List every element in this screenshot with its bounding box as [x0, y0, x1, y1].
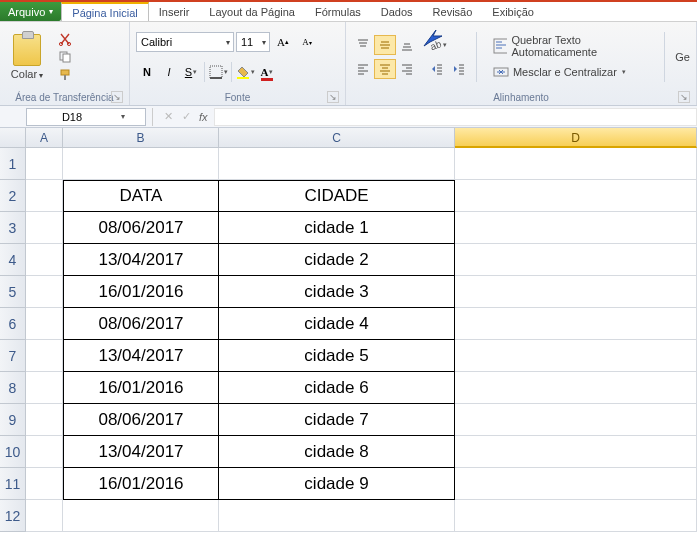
cell[interactable]: 13/04/2017 — [63, 244, 219, 276]
cell[interactable] — [455, 148, 697, 180]
row-header[interactable]: 1 — [0, 148, 26, 180]
cell[interactable]: 16/01/2016 — [63, 372, 219, 404]
cell[interactable] — [26, 212, 63, 244]
cell[interactable] — [26, 308, 63, 340]
merge-center-button[interactable]: Mesclar e Centralizar ▾ — [489, 62, 658, 82]
font-name-input[interactable] — [137, 33, 223, 51]
col-header[interactable]: A — [26, 128, 63, 148]
cell-header[interactable]: DATA — [63, 180, 219, 212]
cell[interactable] — [26, 276, 63, 308]
increase-indent-button[interactable] — [448, 59, 470, 79]
cell[interactable] — [455, 212, 697, 244]
decrease-font-button[interactable]: A▾ — [296, 31, 318, 53]
cell[interactable] — [455, 276, 697, 308]
tab-page-layout[interactable]: Layout da Página — [199, 2, 305, 21]
tab-insert[interactable]: Inserir — [149, 2, 200, 21]
cell[interactable]: 13/04/2017 — [63, 340, 219, 372]
cell[interactable] — [455, 372, 697, 404]
cell[interactable]: 08/06/2017 — [63, 212, 219, 244]
borders-button[interactable]: ▾ — [207, 61, 229, 83]
cell[interactable] — [219, 500, 455, 532]
decrease-indent-button[interactable] — [426, 59, 448, 79]
tab-home[interactable]: Página Inicial — [61, 2, 148, 21]
cell[interactable] — [63, 500, 219, 532]
cell[interactable] — [455, 436, 697, 468]
accept-formula-icon[interactable]: ✓ — [177, 108, 195, 126]
cell[interactable] — [455, 180, 697, 212]
cell[interactable]: 13/04/2017 — [63, 436, 219, 468]
cell[interactable]: cidade 4 — [219, 308, 455, 340]
cell[interactable]: 08/06/2017 — [63, 404, 219, 436]
cell[interactable]: cidade 8 — [219, 436, 455, 468]
align-center-button[interactable] — [374, 59, 396, 79]
cell[interactable] — [26, 436, 63, 468]
cut-button[interactable] — [56, 31, 74, 47]
file-menu[interactable]: Arquivo ▾ — [0, 2, 61, 21]
cell[interactable] — [26, 500, 63, 532]
align-right-button[interactable] — [396, 59, 418, 79]
row-header[interactable]: 6 — [0, 308, 26, 340]
cell[interactable] — [455, 500, 697, 532]
cell[interactable] — [26, 468, 63, 500]
chevron-down-icon[interactable]: ▾ — [117, 112, 129, 121]
row-header[interactable]: 5 — [0, 276, 26, 308]
cell[interactable]: 16/01/2016 — [63, 468, 219, 500]
cell[interactable]: cidade 7 — [219, 404, 455, 436]
row-header[interactable]: 3 — [0, 212, 26, 244]
font-size-input[interactable] — [237, 33, 259, 51]
row-header[interactable]: 8 — [0, 372, 26, 404]
cell[interactable]: cidade 6 — [219, 372, 455, 404]
orientation-button[interactable]: ab▾ — [426, 35, 448, 55]
paste-button[interactable]: Colar▾ — [6, 34, 48, 80]
cell[interactable] — [455, 340, 697, 372]
italic-button[interactable]: I — [158, 61, 180, 83]
dialog-launcher-icon[interactable]: ↘ — [111, 91, 123, 103]
align-middle-button[interactable] — [374, 35, 396, 55]
cell[interactable] — [26, 244, 63, 276]
cell[interactable] — [26, 340, 63, 372]
chevron-down-icon[interactable]: ▾ — [259, 38, 269, 47]
formula-input[interactable] — [214, 108, 697, 126]
cell[interactable] — [26, 180, 63, 212]
name-box-input[interactable] — [27, 111, 117, 123]
tab-view[interactable]: Exibição — [482, 2, 544, 21]
row-header[interactable]: 12 — [0, 500, 26, 532]
wrap-text-button[interactable]: Quebrar Texto Automaticamente — [489, 32, 658, 60]
cell[interactable] — [63, 148, 219, 180]
cell[interactable]: cidade 1 — [219, 212, 455, 244]
cell[interactable]: cidade 3 — [219, 276, 455, 308]
dialog-launcher-icon[interactable]: ↘ — [327, 91, 339, 103]
cell[interactable] — [219, 148, 455, 180]
increase-font-button[interactable]: A▴ — [272, 31, 294, 53]
cell[interactable] — [455, 308, 697, 340]
copy-button[interactable] — [56, 49, 74, 65]
cell[interactable] — [26, 404, 63, 436]
cell[interactable]: 16/01/2016 — [63, 276, 219, 308]
cell-header[interactable]: CIDADE — [219, 180, 455, 212]
row-header[interactable]: 7 — [0, 340, 26, 372]
row-header[interactable]: 10 — [0, 436, 26, 468]
font-name-combo[interactable]: ▾ — [136, 32, 234, 52]
chevron-down-icon[interactable]: ▾ — [223, 38, 233, 47]
cell[interactable] — [455, 404, 697, 436]
fill-color-button[interactable]: ▾ — [234, 61, 256, 83]
align-left-button[interactable] — [352, 59, 374, 79]
tab-data[interactable]: Dados — [371, 2, 423, 21]
tab-formulas[interactable]: Fórmulas — [305, 2, 371, 21]
col-header[interactable]: B — [63, 128, 219, 148]
cell[interactable] — [26, 148, 63, 180]
cell[interactable]: cidade 5 — [219, 340, 455, 372]
align-top-button[interactable] — [352, 35, 374, 55]
bold-button[interactable]: N — [136, 61, 158, 83]
font-color-button[interactable]: A ▾ — [256, 61, 278, 83]
cell[interactable]: cidade 9 — [219, 468, 455, 500]
row-header[interactable]: 2 — [0, 180, 26, 212]
cell[interactable] — [26, 372, 63, 404]
col-header-selected[interactable]: D — [455, 128, 697, 148]
cell[interactable] — [455, 468, 697, 500]
underline-button[interactable]: S▾ — [180, 61, 202, 83]
font-size-combo[interactable]: ▾ — [236, 32, 270, 52]
cell[interactable]: 08/06/2017 — [63, 308, 219, 340]
row-header[interactable]: 9 — [0, 404, 26, 436]
fx-icon[interactable]: fx — [199, 111, 208, 123]
